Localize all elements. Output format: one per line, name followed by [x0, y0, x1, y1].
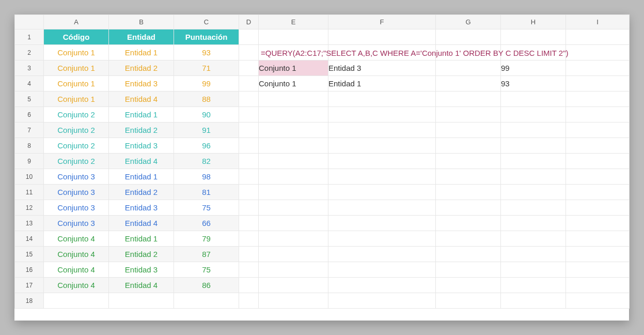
- cell-C10[interactable]: 98: [174, 169, 239, 185]
- cell-D10[interactable]: [239, 169, 259, 185]
- cell-D4[interactable]: [239, 76, 259, 92]
- cell-B9[interactable]: Entidad 4: [109, 154, 174, 169]
- cell-B16[interactable]: Entidad 3: [109, 262, 174, 278]
- cell-F1[interactable]: [328, 29, 436, 45]
- cell-F5[interactable]: [328, 92, 436, 107]
- cell-A7[interactable]: Conjunto 2: [44, 123, 109, 138]
- row-header-12[interactable]: 12: [15, 200, 44, 216]
- cell-D6[interactable]: [239, 107, 259, 123]
- row-header-8[interactable]: 8: [15, 138, 44, 154]
- cell-B17[interactable]: Entidad 4: [109, 278, 174, 293]
- cell-D17[interactable]: [239, 278, 259, 293]
- cell-I15[interactable]: [566, 247, 630, 262]
- row-header-15[interactable]: 15: [15, 247, 44, 262]
- cell-E18[interactable]: [259, 293, 328, 309]
- cell-D1[interactable]: [239, 29, 259, 45]
- cell-I4[interactable]: [566, 76, 630, 92]
- cell-H5[interactable]: [501, 92, 566, 107]
- cell-E3[interactable]: Conjunto 1: [259, 60, 328, 76]
- cell-A18[interactable]: [44, 293, 109, 309]
- cell-D3[interactable]: [239, 60, 259, 76]
- cell-E5[interactable]: [259, 92, 328, 107]
- cell-F10[interactable]: [328, 169, 436, 185]
- cell-C6[interactable]: 90: [174, 107, 239, 123]
- cell-E7[interactable]: [259, 123, 328, 138]
- cell-G13[interactable]: [436, 216, 501, 231]
- cell-C14[interactable]: 79: [174, 231, 239, 247]
- row-header-17[interactable]: 17: [15, 278, 44, 293]
- cell-D8[interactable]: [239, 138, 259, 154]
- cell-I6[interactable]: [566, 107, 630, 123]
- cell-F8[interactable]: [328, 138, 436, 154]
- cell-F13[interactable]: [328, 216, 436, 231]
- cell-G6[interactable]: [436, 107, 501, 123]
- column-header-H[interactable]: H: [501, 15, 566, 29]
- cell-H10[interactable]: [501, 169, 566, 185]
- cell-C13[interactable]: 66: [174, 216, 239, 231]
- cell-A13[interactable]: Conjunto 3: [44, 216, 109, 231]
- cell-I16[interactable]: [566, 262, 630, 278]
- column-header-C[interactable]: C: [174, 15, 239, 29]
- cell-D13[interactable]: [239, 216, 259, 231]
- cell-F15[interactable]: [328, 247, 436, 262]
- cell-E6[interactable]: [259, 107, 328, 123]
- cell-E2[interactable]: =QUERY(A2:C17;"SELECT A,B,C WHERE A='Con…: [259, 45, 328, 60]
- cell-F4[interactable]: Entidad 1: [328, 76, 436, 92]
- column-header-I[interactable]: I: [566, 15, 630, 29]
- cell-D14[interactable]: [239, 231, 259, 247]
- cell-F17[interactable]: [328, 278, 436, 293]
- cell-I1[interactable]: [566, 29, 630, 45]
- column-header-G[interactable]: G: [436, 15, 501, 29]
- cell-H15[interactable]: [501, 247, 566, 262]
- cell-G14[interactable]: [436, 231, 501, 247]
- cell-D15[interactable]: [239, 247, 259, 262]
- cell-C3[interactable]: 71: [174, 60, 239, 76]
- cell-D7[interactable]: [239, 123, 259, 138]
- cell-C1[interactable]: Puntuación: [174, 29, 239, 45]
- cell-H13[interactable]: [501, 216, 566, 231]
- cell-E13[interactable]: [259, 216, 328, 231]
- cell-G3[interactable]: [436, 60, 501, 76]
- cell-H6[interactable]: [501, 107, 566, 123]
- cell-B4[interactable]: Entidad 3: [109, 76, 174, 92]
- cell-A10[interactable]: Conjunto 3: [44, 169, 109, 185]
- cell-B5[interactable]: Entidad 4: [109, 92, 174, 107]
- cell-D11[interactable]: [239, 185, 259, 200]
- cell-E15[interactable]: [259, 247, 328, 262]
- cell-A16[interactable]: Conjunto 4: [44, 262, 109, 278]
- row-header-2[interactable]: 2: [15, 45, 44, 60]
- cell-G12[interactable]: [436, 200, 501, 216]
- cell-C7[interactable]: 91: [174, 123, 239, 138]
- cell-I7[interactable]: [566, 123, 630, 138]
- cell-C9[interactable]: 82: [174, 154, 239, 169]
- cell-G9[interactable]: [436, 154, 501, 169]
- cell-C8[interactable]: 96: [174, 138, 239, 154]
- cell-H14[interactable]: [501, 231, 566, 247]
- cell-H18[interactable]: [501, 293, 566, 309]
- cell-I9[interactable]: [566, 154, 630, 169]
- cell-B11[interactable]: Entidad 2: [109, 185, 174, 200]
- cell-D16[interactable]: [239, 262, 259, 278]
- cell-A14[interactable]: Conjunto 4: [44, 231, 109, 247]
- cell-H9[interactable]: [501, 154, 566, 169]
- cell-G7[interactable]: [436, 123, 501, 138]
- cell-H3[interactable]: 99: [501, 60, 566, 76]
- cell-C15[interactable]: 87: [174, 247, 239, 262]
- cell-E10[interactable]: [259, 169, 328, 185]
- row-header-4[interactable]: 4: [15, 76, 44, 92]
- corner-cell[interactable]: [15, 15, 44, 29]
- cell-I12[interactable]: [566, 200, 630, 216]
- cell-A17[interactable]: Conjunto 4: [44, 278, 109, 293]
- row-header-10[interactable]: 10: [15, 169, 44, 185]
- column-header-B[interactable]: B: [109, 15, 174, 29]
- cell-G16[interactable]: [436, 262, 501, 278]
- cell-D5[interactable]: [239, 92, 259, 107]
- cell-C18[interactable]: [174, 293, 239, 309]
- cell-A6[interactable]: Conjunto 2: [44, 107, 109, 123]
- cell-F16[interactable]: [328, 262, 436, 278]
- cell-F9[interactable]: [328, 154, 436, 169]
- row-header-9[interactable]: 9: [15, 154, 44, 169]
- cell-F18[interactable]: [328, 293, 436, 309]
- cell-G5[interactable]: [436, 92, 501, 107]
- cell-G18[interactable]: [436, 293, 501, 309]
